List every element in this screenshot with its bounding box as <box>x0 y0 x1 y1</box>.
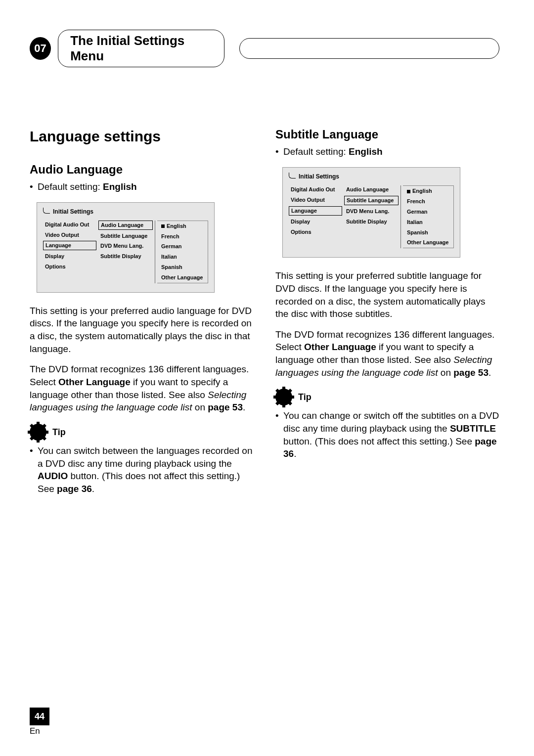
default-setting-line: Default setting: English <box>30 180 254 193</box>
settings-left-item: Video Output <box>43 231 96 239</box>
settings-mid-item: Subtitle Language <box>344 196 399 205</box>
para-1: This setting is your preferred audio lan… <box>30 305 254 356</box>
t: Other Language <box>58 377 131 387</box>
page-ref: page 36 <box>57 484 92 494</box>
t: SUBTITLE <box>450 423 496 434</box>
page-ref: page 53 <box>208 402 243 412</box>
settings-right-item: Italian <box>159 253 206 261</box>
default-prefix: Default setting: <box>38 181 103 192</box>
settings-left-item: Video Output <box>289 196 342 204</box>
settings-left-item: Options <box>43 263 96 271</box>
tip-item: You can change or switch off the subtitl… <box>283 409 499 460</box>
tip-label: Tip <box>298 391 312 403</box>
t: . <box>243 402 245 412</box>
settings-title-text: Initial Settings <box>299 173 339 180</box>
settings-right-item: Italian <box>405 218 451 226</box>
tip-item: You can switch between the languages rec… <box>38 445 254 495</box>
return-icon <box>43 208 50 214</box>
settings-right-item: English <box>159 222 206 230</box>
chapter-title: The Initial Settings Menu <box>58 30 224 67</box>
settings-right-item: Other Language <box>405 238 451 247</box>
tip-heading: Tip <box>275 389 499 405</box>
settings-left-item: Digital Audio Out <box>289 185 342 194</box>
para-1: This setting is your preferred subtitle … <box>275 269 499 320</box>
settings-mid-item: DVD Menu Lang. <box>98 242 153 250</box>
para-2: The DVD format recognizes 136 different … <box>30 363 254 414</box>
default-value: English <box>103 181 137 192</box>
return-icon <box>289 173 296 178</box>
tip-label: Tip <box>52 426 66 438</box>
settings-mid-item: Audio Language <box>344 185 399 194</box>
settings-screenshot-subtitle: Initial Settings Digital Audio OutVideo … <box>282 167 460 258</box>
chapter-sub-box <box>239 38 499 59</box>
tip-list: You can change or switch off the subtitl… <box>275 409 499 460</box>
settings-left-item: Language <box>289 206 342 216</box>
settings-left-item: Language <box>43 241 96 250</box>
footer: 44 En <box>30 708 49 736</box>
settings-right-item: Spanish <box>405 228 451 237</box>
t: You can switch between the languages rec… <box>38 445 253 469</box>
settings-mid-item: DVD Menu Lang. <box>344 207 399 216</box>
tip-list: You can switch between the languages rec… <box>30 445 254 495</box>
settings-mid-item: Audio Language <box>98 221 153 230</box>
settings-right-item: Spanish <box>159 263 206 271</box>
t: . <box>489 367 491 378</box>
subtitle-language-h2: Subtitle Language <box>275 127 499 142</box>
page-ref: page 53 <box>453 367 489 378</box>
settings-right-item: English <box>405 187 451 195</box>
chapter-number-badge: 07 <box>30 37 51 60</box>
settings-title: Initial Settings <box>289 173 454 180</box>
left-column: Language settings Audio Language Default… <box>30 127 254 499</box>
right-column: Subtitle Language Default setting: Engli… <box>275 127 499 499</box>
settings-right-item: French <box>159 232 206 241</box>
default-value: English <box>349 146 383 157</box>
settings-screenshot-audio: Initial Settings Digital Audio OutVideo … <box>37 202 215 293</box>
gear-icon <box>30 424 46 441</box>
settings-right-item: Other Language <box>159 273 206 282</box>
t: on <box>438 367 454 378</box>
t: . <box>92 484 94 494</box>
settings-title-text: Initial Settings <box>53 208 93 216</box>
settings-left-item: Display <box>289 218 342 226</box>
settings-right-item: German <box>159 242 206 251</box>
t: Other Language <box>304 342 376 352</box>
para-2: The DVD format recognizes 136 different … <box>275 328 499 379</box>
default-setting-line: Default setting: English <box>275 145 499 158</box>
t: . <box>294 448 296 459</box>
tip-heading: Tip <box>30 424 254 441</box>
t: button. (This does not affect this setti… <box>283 436 475 446</box>
selected-marker-icon <box>407 190 410 193</box>
settings-mid-item: Subtitle Display <box>98 252 153 261</box>
default-prefix: Default setting: <box>283 146 349 157</box>
settings-mid-item: Subtitle Language <box>98 232 153 240</box>
settings-left-item: Display <box>43 252 96 261</box>
t: AUDIO <box>38 471 68 481</box>
section-h1: Language settings <box>30 127 254 147</box>
settings-right-item: French <box>405 197 451 206</box>
settings-title: Initial Settings <box>43 208 208 216</box>
settings-left-item: Digital Audio Out <box>43 221 96 229</box>
settings-mid-item: Subtitle Display <box>344 218 399 226</box>
chapter-header: 07 The Initial Settings Menu <box>30 30 499 67</box>
selected-marker-icon <box>161 224 165 228</box>
settings-left-item: Options <box>289 228 342 236</box>
page-number: 44 <box>30 708 49 725</box>
language-code: En <box>30 726 49 736</box>
t: on <box>192 402 208 412</box>
gear-icon <box>275 389 292 405</box>
settings-right-item: German <box>405 208 451 216</box>
audio-language-h2: Audio Language <box>30 162 254 178</box>
